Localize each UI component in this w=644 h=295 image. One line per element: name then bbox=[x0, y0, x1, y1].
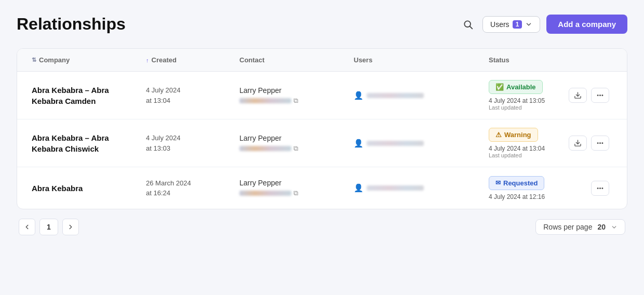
users-cell: 👤 bbox=[347, 175, 482, 201]
blurred-contact-bar bbox=[239, 98, 291, 103]
more-options-button[interactable] bbox=[591, 181, 609, 196]
column-header-status: Status bbox=[482, 49, 619, 71]
table-row: Abra Kebabra – Abra Kebabra Camden 4 Jul… bbox=[17, 72, 627, 119]
company-cell: Abra Kebabra bbox=[25, 175, 140, 202]
download-icon bbox=[574, 91, 582, 99]
svg-point-11 bbox=[600, 187, 601, 189]
status-badge: ⚠ Warning bbox=[489, 128, 538, 142]
column-header-contact: Contact bbox=[233, 49, 347, 71]
row-actions bbox=[591, 181, 612, 196]
created-cell: 4 July 2024 at 13:03 bbox=[140, 125, 233, 162]
column-header-created[interactable]: ↑ Created bbox=[140, 49, 233, 71]
chevron-down-icon bbox=[611, 224, 618, 231]
svg-point-4 bbox=[600, 95, 601, 96]
user-icon: 👤 bbox=[354, 91, 364, 100]
ellipsis-icon bbox=[596, 91, 604, 99]
chevron-right-icon bbox=[67, 223, 74, 231]
blurred-user-bar bbox=[367, 141, 424, 146]
contact-cell: Larry Pepper ⧉ bbox=[233, 126, 347, 161]
next-page-button[interactable] bbox=[62, 219, 79, 235]
sort-both-icon: ⇅ bbox=[32, 57, 36, 63]
column-header-company[interactable]: ⇅ Company bbox=[25, 49, 140, 71]
more-options-button[interactable] bbox=[591, 88, 609, 103]
table-header: ⇅ Company ↑ Created Contact Users Status bbox=[17, 49, 627, 72]
status-badge: ✅ Available bbox=[489, 80, 543, 94]
search-button[interactable] bbox=[460, 16, 476, 33]
blurred-user-bar bbox=[367, 93, 424, 98]
column-header-users: Users bbox=[347, 49, 482, 71]
pagination: 1 bbox=[19, 219, 79, 235]
status-cell: ✅ Available 4 July 2024 at 13:05 Last up… bbox=[482, 72, 619, 119]
copy-icon[interactable]: ⧉ bbox=[293, 97, 298, 105]
svg-point-8 bbox=[600, 143, 601, 144]
company-cell: Abra Kebabra – Abra Kebabra Camden bbox=[25, 76, 140, 115]
svg-point-5 bbox=[602, 95, 603, 96]
ellipsis-icon bbox=[596, 139, 604, 147]
chevron-down-icon bbox=[525, 21, 532, 28]
svg-point-7 bbox=[597, 143, 598, 144]
ellipsis-icon bbox=[596, 184, 604, 192]
users-filter-button[interactable]: Users 1 bbox=[482, 16, 540, 33]
user-icon: 👤 bbox=[354, 139, 364, 148]
contact-cell: Larry Pepper ⧉ bbox=[233, 78, 347, 113]
prev-page-button[interactable] bbox=[19, 219, 35, 235]
row-actions bbox=[569, 136, 612, 151]
download-button[interactable] bbox=[569, 88, 587, 103]
footer: 1 Rows per page 20 bbox=[17, 219, 627, 235]
download-icon bbox=[574, 139, 582, 147]
user-icon: 👤 bbox=[354, 183, 364, 193]
table-row: Abra Kebabra 26 March 2024 at 16:24 Larr… bbox=[17, 167, 627, 209]
svg-point-9 bbox=[602, 143, 603, 144]
filter-count-badge: 1 bbox=[513, 20, 522, 29]
created-cell: 4 July 2024 at 13:04 bbox=[140, 77, 233, 114]
add-company-button[interactable]: Add a company bbox=[546, 15, 627, 34]
blurred-contact-bar bbox=[239, 191, 291, 196]
chevron-left-icon bbox=[23, 223, 31, 231]
sort-asc-icon: ↑ bbox=[146, 57, 149, 63]
users-cell: 👤 bbox=[347, 83, 482, 109]
more-options-button[interactable] bbox=[591, 136, 609, 151]
current-page: 1 bbox=[39, 219, 58, 235]
rows-per-page-label: Rows per page bbox=[543, 223, 592, 231]
company-cell: Abra Kebabra – Abra Kebabra Chiswick bbox=[25, 124, 140, 163]
copy-icon[interactable]: ⧉ bbox=[293, 144, 298, 153]
status-cell: ✉ Requested 4 July 2024 at 12:16 bbox=[482, 168, 619, 209]
search-icon bbox=[463, 19, 473, 30]
mail-icon: ✉ bbox=[495, 179, 501, 186]
svg-line-1 bbox=[470, 26, 473, 29]
blurred-user-bar bbox=[367, 185, 424, 191]
copy-icon[interactable]: ⧉ bbox=[293, 189, 298, 197]
download-button[interactable] bbox=[569, 136, 587, 151]
svg-point-12 bbox=[602, 187, 603, 189]
created-cell: 26 March 2024 at 16:24 bbox=[140, 170, 233, 207]
table-row: Abra Kebabra – Abra Kebabra Chiswick 4 J… bbox=[17, 119, 627, 167]
contact-cell: Larry Pepper ⧉ bbox=[233, 170, 347, 206]
rows-per-page-value: 20 bbox=[597, 223, 606, 231]
page-title: Relationships bbox=[17, 15, 126, 34]
status-cell: ⚠ Warning 4 July 2024 at 13:04 Last upda… bbox=[482, 119, 619, 167]
svg-point-10 bbox=[597, 187, 598, 189]
check-circle-icon: ✅ bbox=[495, 83, 504, 91]
filter-label: Users bbox=[490, 20, 509, 29]
blurred-contact-bar bbox=[239, 146, 291, 151]
status-badge: ✉ Requested bbox=[489, 176, 544, 190]
row-actions bbox=[569, 88, 612, 103]
rows-per-page-control[interactable]: Rows per page 20 bbox=[535, 219, 625, 235]
relationships-table: ⇅ Company ↑ Created Contact Users Status… bbox=[17, 48, 627, 209]
warning-icon: ⚠ bbox=[495, 131, 502, 139]
svg-point-3 bbox=[597, 95, 598, 96]
users-cell: 👤 bbox=[347, 130, 482, 156]
